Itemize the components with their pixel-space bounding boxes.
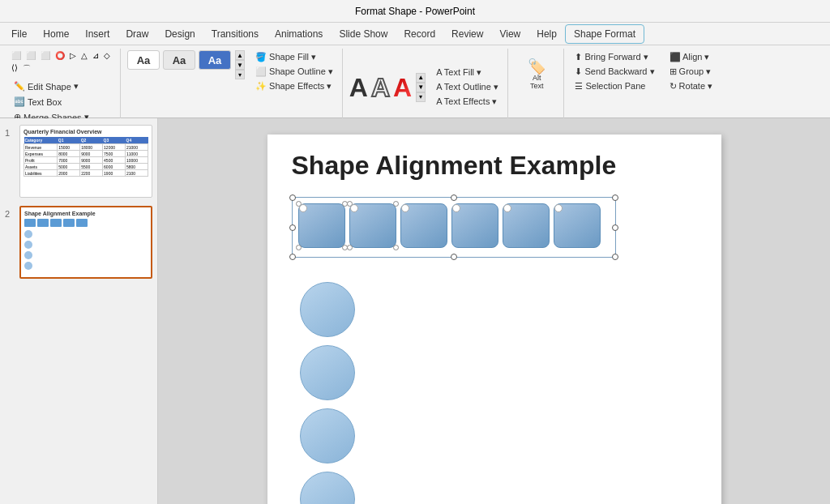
wordart-gradient[interactable]: A: [393, 75, 412, 100]
menu-insert[interactable]: Insert: [77, 25, 118, 43]
handle-mr[interactable]: [612, 224, 618, 231]
alt-text-button[interactable]: 🏷️ AltText: [524, 58, 549, 92]
handle-tl[interactable]: [289, 194, 296, 201]
rect-handle[interactable]: [296, 201, 302, 207]
title-bar: Format Shape - PowerPoint: [0, 0, 830, 23]
rounded-rect-4[interactable]: [451, 203, 498, 248]
slide-1-title: Quarterly Financial Overview: [24, 129, 148, 135]
menu-transitions[interactable]: Transitions: [203, 25, 267, 43]
scroll-up[interactable]: ▲: [235, 50, 245, 60]
slide-preview-1[interactable]: Quarterly Financial Overview CategoryQ1Q…: [19, 125, 152, 198]
rounded-rect-5[interactable]: [503, 203, 550, 248]
circles-column: [300, 282, 697, 504]
rounded-rect-1[interactable]: [298, 203, 345, 248]
wordart-plain[interactable]: A: [349, 75, 368, 100]
handle-tm[interactable]: [451, 194, 457, 201]
slide-2-shapes-row: [24, 219, 148, 227]
text-fill-button[interactable]: A Text Fill ▾: [432, 66, 503, 79]
menu-animations[interactable]: Animations: [267, 25, 331, 43]
alt-text-icon: 🏷️: [528, 59, 545, 74]
text-outline-button[interactable]: A Text Outline ▾: [432, 80, 503, 94]
menu-design[interactable]: Design: [156, 25, 203, 43]
rotate-button[interactable]: ↻ Rotate ▾: [665, 79, 717, 93]
shape-tool[interactable]: ⬜: [24, 50, 37, 61]
menu-slideshow[interactable]: Slide Show: [331, 25, 396, 43]
shape-tool[interactable]: ▷: [68, 50, 78, 61]
shape-outline-button[interactable]: ⬜ Shape Outline ▾: [251, 65, 337, 79]
wordart-scroll: ▲ ▼ ▾: [416, 73, 426, 102]
shape-tool[interactable]: ⬜: [10, 50, 23, 61]
shape-style-2[interactable]: Aa: [163, 50, 195, 70]
circle-4[interactable]: [300, 472, 355, 504]
handle-tr[interactable]: [612, 194, 618, 201]
menu-home[interactable]: Home: [35, 25, 77, 43]
shape-fill-button[interactable]: 🪣 Shape Fill ▾: [251, 50, 337, 64]
menu-record[interactable]: Record: [396, 25, 443, 43]
slide-2-circles: [24, 230, 148, 270]
shape-tool[interactable]: ⊿: [91, 50, 101, 61]
rect-handle[interactable]: [393, 201, 399, 207]
handle-ml[interactable]: [289, 224, 296, 231]
slides-panel: 1 Quarterly Financial Overview CategoryQ…: [0, 118, 158, 504]
selection-pane-button[interactable]: ☰ Selection Pane: [571, 79, 658, 93]
handle-bm[interactable]: [451, 254, 457, 260]
shape-tool[interactable]: ⌒: [21, 62, 32, 75]
slide-title: Shape Alignment Example: [292, 151, 697, 181]
circle-3[interactable]: [300, 408, 355, 463]
thumb-rect-1: [24, 219, 36, 227]
menu-shape-format[interactable]: Shape Format: [565, 24, 644, 44]
shape-tool[interactable]: △: [79, 50, 89, 61]
group-button[interactable]: ⊞ Group ▾: [665, 65, 717, 79]
menu-help[interactable]: Help: [528, 25, 565, 43]
shapes-selection-group[interactable]: [292, 197, 616, 258]
align-button[interactable]: ⬛ Align ▾: [665, 50, 717, 64]
shape-effects-button[interactable]: ✨ Shape Effects ▾: [251, 79, 337, 93]
shape-tool[interactable]: ⟨⟩: [10, 62, 19, 75]
rect-handle[interactable]: [347, 201, 353, 207]
thumb-circle-1: [24, 230, 32, 238]
send-backward-button[interactable]: ⬇ Send Backward ▾: [571, 65, 658, 79]
bring-forward-button[interactable]: ⬆ Bring Forward ▾: [571, 50, 658, 64]
thumb-rect-4: [63, 219, 75, 227]
handle-bl[interactable]: [289, 254, 296, 260]
shape-tool[interactable]: ◇: [102, 50, 112, 61]
shape-tool[interactable]: ⬜: [39, 50, 52, 61]
thumb-rect-3: [50, 219, 62, 227]
shape-style-3[interactable]: Aa: [199, 50, 231, 70]
slide-thumb-1[interactable]: 1 Quarterly Financial Overview CategoryQ…: [5, 125, 152, 198]
rounded-rect-6[interactable]: [554, 203, 601, 248]
wordart-scroll-more[interactable]: ▾: [416, 92, 426, 102]
title-bar-text: Format Shape - PowerPoint: [355, 6, 475, 17]
thumb-circle-4: [24, 262, 32, 270]
handle-br[interactable]: [612, 254, 618, 260]
wordart-outline[interactable]: A: [371, 75, 390, 100]
ribbon: ⬜ ⬜ ⬜ ⭕ ▷ △ ⊿ ◇ ⟨⟩ ⌒ ✏️ Edit Shape ▾: [0, 45, 830, 118]
shape-tool[interactable]: ⭕: [53, 50, 66, 61]
thumb-rect-5: [76, 219, 88, 227]
slide-2-title: Shape Alignment Example: [24, 211, 148, 216]
scroll-down[interactable]: ▼: [235, 60, 245, 70]
rect-handle[interactable]: [347, 245, 353, 250]
edit-shape-button[interactable]: ✏️ Edit Shape ▾: [10, 79, 83, 93]
wordart-scroll-up[interactable]: ▲: [416, 73, 426, 83]
rect-handle[interactable]: [393, 245, 399, 250]
text-box-button[interactable]: 🔤 Text Box: [10, 95, 66, 109]
slide-1-table: CategoryQ1Q2Q3Q4 Revenue1500018000120002…: [24, 137, 148, 177]
thumb-circle-3: [24, 251, 32, 259]
menu-draw[interactable]: Draw: [118, 25, 156, 43]
circle-1[interactable]: [300, 282, 355, 337]
wordart-scroll-down[interactable]: ▼: [416, 83, 426, 92]
circle-2[interactable]: [300, 345, 355, 400]
text-effects-button[interactable]: A Text Effects ▾: [432, 95, 503, 109]
slide-thumb-2[interactable]: 2 Shape Alignment Example: [5, 206, 152, 279]
slide-preview-2[interactable]: Shape Alignment Example: [19, 206, 152, 279]
rounded-rect-3[interactable]: [400, 203, 447, 248]
menu-review[interactable]: Review: [443, 25, 491, 43]
thumb-circle-2: [24, 241, 32, 249]
rect-handle[interactable]: [296, 245, 302, 250]
menu-file[interactable]: File: [3, 25, 35, 43]
shape-style-1[interactable]: Aa: [127, 50, 160, 70]
menu-view[interactable]: View: [491, 25, 528, 43]
rounded-rect-2[interactable]: [349, 203, 396, 248]
scroll-more[interactable]: ▾: [235, 70, 245, 79]
